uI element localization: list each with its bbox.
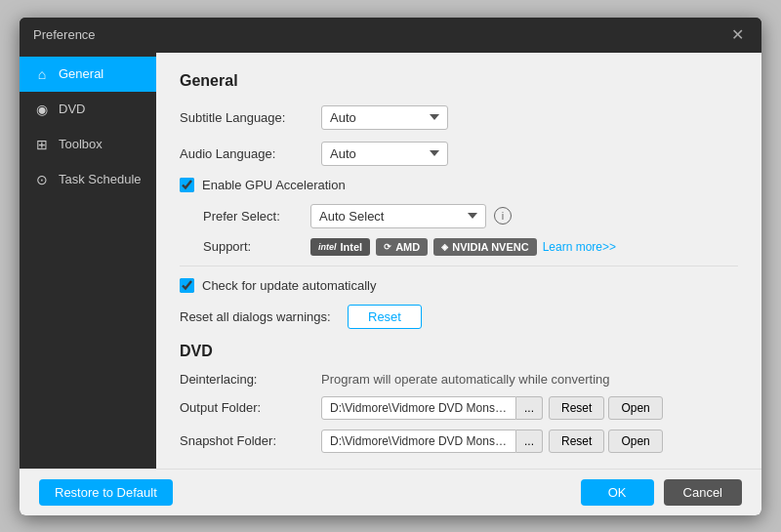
sidebar-item-task-schedule[interactable]: ⊙ Task Schedule — [20, 162, 156, 197]
cancel-button[interactable]: Cancel — [664, 479, 742, 506]
support-label: Support: — [203, 239, 310, 254]
main-area: ⌂ General ◉ DVD ⊞ Toolbox ⊙ Task Schedul… — [20, 53, 761, 469]
prefer-select-dropdown[interactable]: Auto Select NVIDIA NVENC AMD Intel — [310, 204, 486, 228]
intel-icon: intel — [318, 242, 337, 252]
sidebar-item-general[interactable]: ⌂ General — [20, 57, 156, 92]
subtitle-language-label: Subtitle Language: — [180, 110, 321, 125]
learn-more-link[interactable]: Learn more>> — [543, 240, 616, 254]
reset-dialogs-label: Reset all dialogs warnings: — [180, 309, 348, 324]
output-folder-reset-button[interactable]: Reset — [549, 396, 604, 420]
subtitle-language-select[interactable]: Auto English French Spanish — [321, 105, 448, 130]
amd-label: AMD — [395, 241, 420, 253]
nvidia-label: NVIDIA NVENC — [452, 241, 528, 253]
prefer-select-row: Prefer Select: Auto Select NVIDIA NVENC … — [203, 204, 738, 228]
snapshot-folder-reset-button[interactable]: Reset — [549, 430, 604, 453]
home-icon: ⌂ — [33, 66, 51, 82]
check-update-label[interactable]: Check for update automatically — [202, 278, 376, 293]
reset-dialogs-button[interactable]: Reset — [348, 305, 422, 329]
intel-badge: intel Intel — [310, 238, 370, 256]
general-section-title: General — [180, 72, 738, 90]
sidebar-label-general: General — [59, 66, 103, 81]
dialog-title: Preference — [33, 27, 96, 42]
output-folder-dots-button[interactable]: ... — [516, 396, 543, 420]
dvd-section-title: DVD — [180, 343, 738, 360]
audio-language-label: Audio Language: — [180, 146, 321, 161]
amd-badge: ⟳ AMD — [376, 238, 428, 256]
audio-language-row: Audio Language: Auto English French Span… — [180, 142, 738, 166]
output-folder-path: D:\Vidmore\Vidmore DVD Monster\Ripper — [321, 396, 516, 420]
snapshot-folder-open-button[interactable]: Open — [608, 430, 662, 453]
ok-button[interactable]: OK — [581, 479, 654, 506]
info-icon[interactable]: i — [494, 207, 512, 225]
reset-dialogs-row: Reset all dialogs warnings: Reset — [180, 305, 738, 329]
toolbox-icon: ⊞ — [33, 137, 51, 152]
support-badges: intel Intel ⟳ AMD ◈ NVIDIA NVENC Learn m… — [310, 238, 616, 256]
sidebar-label-dvd: DVD — [59, 102, 85, 116]
subtitle-language-row: Subtitle Language: Auto English French S… — [180, 105, 738, 130]
sidebar-item-dvd[interactable]: ◉ DVD — [20, 92, 156, 127]
intel-label: Intel — [341, 241, 363, 253]
title-bar: Preference ✕ — [20, 18, 761, 53]
prefer-select-label: Prefer Select: — [203, 209, 310, 224]
nvidia-badge: ◈ NVIDIA NVENC — [433, 238, 536, 256]
clock-icon: ⊙ — [33, 172, 51, 187]
bottom-right-buttons: OK Cancel — [581, 479, 742, 506]
output-folder-label: Output Folder: — [180, 400, 321, 415]
deinterlacing-label: Deinterlacing: — [180, 372, 321, 387]
gpu-acceleration-label[interactable]: Enable GPU Acceleration — [202, 178, 346, 192]
support-row: Support: intel Intel ⟳ AMD ◈ NVIDIA NVEN… — [203, 238, 738, 256]
sidebar-label-task-schedule: Task Schedule — [59, 172, 142, 186]
check-update-checkbox[interactable] — [180, 278, 194, 293]
snapshot-folder-dots-button[interactable]: ... — [516, 430, 543, 453]
deinterlacing-row: Deinterlacing: Program will operate auto… — [180, 372, 738, 387]
snapshot-folder-path: D:\Vidmore\Vidmore DVD Monster\Snapshot — [321, 430, 516, 453]
sidebar-label-toolbox: Toolbox — [59, 137, 103, 151]
preference-dialog: Preference ✕ ⌂ General ◉ DVD ⊞ Toolbox ⊙… — [20, 18, 761, 515]
sidebar-item-toolbox[interactable]: ⊞ Toolbox — [20, 127, 156, 162]
check-update-row: Check for update automatically — [180, 278, 738, 293]
output-folder-row: Output Folder: D:\Vidmore\Vidmore DVD Mo… — [180, 396, 738, 420]
dvd-icon: ◉ — [33, 102, 51, 117]
snapshot-folder-row: Snapshot Folder: D:\Vidmore\Vidmore DVD … — [180, 430, 738, 453]
bottom-bar: Restore to Default OK Cancel — [20, 469, 761, 515]
nvidia-icon: ◈ — [441, 242, 448, 252]
close-button[interactable]: ✕ — [727, 25, 748, 45]
deinterlacing-value: Program will operate automatically while… — [321, 372, 610, 387]
restore-default-button[interactable]: Restore to Default — [39, 479, 173, 506]
gpu-acceleration-checkbox[interactable] — [180, 178, 194, 192]
snapshot-folder-label: Snapshot Folder: — [180, 433, 321, 448]
sidebar: ⌂ General ◉ DVD ⊞ Toolbox ⊙ Task Schedul… — [20, 53, 156, 469]
gpu-acceleration-row: Enable GPU Acceleration — [180, 178, 738, 192]
output-folder-open-button[interactable]: Open — [608, 396, 662, 420]
content-area: General Subtitle Language: Auto English … — [156, 53, 761, 469]
audio-language-select[interactable]: Auto English French Spanish — [321, 142, 448, 166]
divider-1 — [180, 266, 738, 266]
amd-icon: ⟳ — [384, 242, 391, 252]
